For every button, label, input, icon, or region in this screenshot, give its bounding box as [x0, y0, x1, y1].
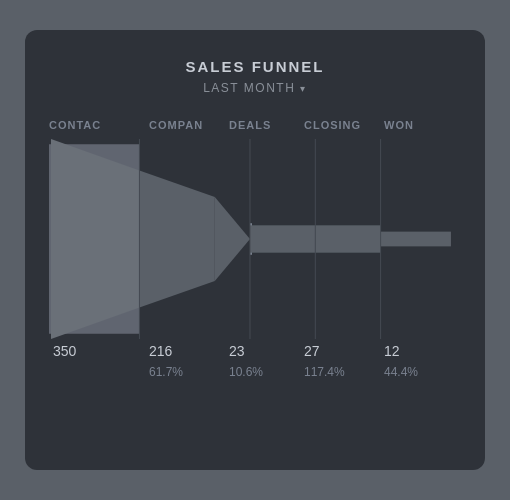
- sales-funnel-card: SALES FUNNEL LAST MONTH ▾ CONTAC COMPAN …: [25, 30, 485, 470]
- value-companies: 216: [149, 343, 229, 359]
- pct-closing: 117.4%: [304, 365, 384, 379]
- card-title: SALES FUNNEL: [185, 58, 324, 75]
- pct-companies: 61.7%: [149, 365, 229, 379]
- period-selector[interactable]: LAST MONTH ▾: [203, 81, 307, 95]
- companies-shape: [139, 171, 214, 308]
- chevron-down-icon: ▾: [300, 83, 307, 94]
- value-contacts: 350: [49, 343, 149, 359]
- header-companies: COMPAN: [149, 119, 229, 131]
- pct-contacts: [49, 365, 149, 379]
- column-headers: CONTAC COMPAN DEALS CLOSING WON: [49, 119, 461, 131]
- funnel-area: CONTAC COMPAN DEALS CLOSING WON: [49, 119, 461, 446]
- value-deals: 23: [229, 343, 304, 359]
- pct-deals: 10.6%: [229, 365, 304, 379]
- closing-bar: [315, 225, 380, 252]
- header-contacts: CONTAC: [49, 119, 149, 131]
- header-closing: CLOSING: [304, 119, 384, 131]
- header-won: WON: [384, 119, 459, 131]
- contacts-bar: [51, 139, 139, 339]
- funnel-visualization: [49, 139, 461, 339]
- pct-won: 44.4%: [384, 365, 459, 379]
- funnel-svg: [49, 139, 461, 339]
- deals-bar: [250, 225, 315, 252]
- companies-arrow: [215, 197, 250, 281]
- won-bar: [381, 232, 451, 247]
- values-row: 350 216 23 27 12: [49, 343, 461, 359]
- percentages-row: 61.7% 10.6% 117.4% 44.4%: [49, 365, 461, 379]
- period-label: LAST MONTH: [203, 81, 295, 95]
- value-won: 12: [384, 343, 459, 359]
- header-deals: DEALS: [229, 119, 304, 131]
- value-closing: 27: [304, 343, 384, 359]
